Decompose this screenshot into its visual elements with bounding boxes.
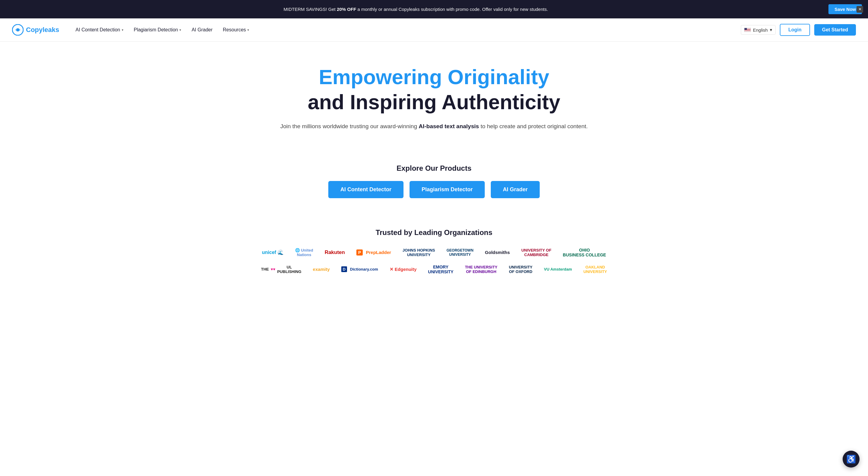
hero-sub-prefix: Join the millions worldwide trusting our… — [280, 123, 418, 129]
chevron-down-icon: ▾ — [247, 28, 249, 32]
ai-content-detector-button[interactable]: AI Content Detector — [328, 181, 403, 198]
nav-item-ai-content-detection[interactable]: AI Content Detection ▾ — [71, 25, 128, 35]
banner-close-button[interactable]: ✕ — [857, 6, 863, 13]
list-item: D Dictionary.com — [341, 266, 378, 272]
hero-title-line1: Empowering Originality — [12, 66, 856, 89]
list-item: VU Amsterdam — [544, 267, 572, 271]
trusted-title: Trusted by Leading Organizations — [12, 228, 856, 237]
chevron-down-icon: ▾ — [770, 27, 772, 33]
list-item: OHIOBUSINESS COLLEGE — [563, 248, 606, 257]
language-label: English — [753, 28, 768, 33]
product-buttons: AI Content Detector Plagiarism Detector … — [12, 181, 856, 198]
list-item: Goldsmiths — [485, 250, 510, 255]
logo[interactable]: Copyleaks — [12, 24, 59, 36]
plagiarism-detector-button[interactable]: Plagiarism Detector — [409, 181, 485, 198]
language-selector[interactable]: English ▾ — [741, 25, 776, 35]
us-flag-icon — [744, 28, 751, 32]
banner-discount: 20% OFF — [337, 7, 356, 12]
list-item: THE UNIVERSITYOF EDINBURGH — [465, 265, 497, 274]
list-item: OAKLANDUNIVERSITY — [584, 265, 607, 274]
chevron-down-icon: ▾ — [122, 28, 124, 32]
products-section: Explore Our Products AI Content Detector… — [0, 164, 868, 216]
list-item: UNIVERSITYOF OXFORD — [509, 265, 532, 274]
logo-text: Copyleaks — [26, 26, 59, 34]
hero-subtitle: Join the millions worldwide trusting our… — [12, 122, 856, 131]
list-item: UNIVERSITY OFCAMBRIDGE — [521, 248, 551, 257]
trusted-section: Trusted by Leading Organizations unicef … — [0, 216, 868, 291]
ai-grader-button[interactable]: AI Grader — [491, 181, 540, 198]
nav-item-label: Plagiarism Detection — [134, 27, 178, 33]
chevron-down-icon: ▾ — [179, 28, 181, 32]
products-title: Explore Our Products — [12, 164, 856, 173]
hero-title-line2: and Inspiring Authenticity — [12, 91, 856, 113]
nav-right: English ▾ Login Get Started — [741, 24, 856, 36]
nav-links: AI Content Detection ▾ Plagiarism Detect… — [71, 25, 738, 35]
promo-banner: MIDTERM SAVINGS! Get 20% OFF a monthly o… — [0, 0, 868, 19]
nav-item-label: AI Content Detection — [75, 27, 120, 33]
list-item: 🌐 UnitedNations — [295, 248, 313, 257]
banner-text-prefix: MIDTERM SAVINGS! Get — [284, 7, 337, 12]
main-navbar: Copyleaks AI Content Detection ▾ Plagiar… — [0, 19, 868, 42]
list-item: EMORYUNIVERSITY — [428, 265, 453, 274]
nav-item-label: Resources — [223, 27, 246, 33]
login-button[interactable]: Login — [780, 24, 810, 36]
trusted-logos-row1: unicef 🌊 🌐 UnitedNations Rakuten P PrepL… — [12, 248, 856, 257]
nav-item-label: AI Grader — [191, 27, 212, 33]
copyleaks-logo-icon — [12, 24, 24, 36]
nav-item-plagiarism-detection[interactable]: Plagiarism Detection ▾ — [130, 25, 186, 35]
nav-item-resources[interactable]: Resources ▾ — [219, 25, 253, 35]
get-started-button[interactable]: Get Started — [814, 24, 856, 36]
nav-item-ai-grader[interactable]: AI Grader — [187, 25, 217, 35]
list-item: THE♥♥ULPUBLISHING — [261, 265, 302, 274]
svg-point-1 — [16, 28, 19, 31]
list-item: JOHNS HOPKINSUNIVERSITY — [403, 248, 435, 257]
trusted-logos-row2: THE♥♥ULPUBLISHING examity D Dictionary.c… — [12, 265, 856, 274]
list-item: ✕ Edgenuity — [390, 267, 417, 272]
banner-text-suffix: a monthly or annual Copyleaks subscripti… — [356, 7, 548, 12]
banner-text: MIDTERM SAVINGS! Get 20% OFF a monthly o… — [6, 7, 826, 12]
hero-sub-suffix: to help create and protect original cont… — [479, 123, 588, 129]
hero-sub-bold: AI-based text analysis — [418, 123, 479, 129]
list-item: P PrepLadder — [356, 249, 391, 256]
list-item: GEORGETOWNUNIVERSITY — [446, 248, 473, 257]
list-item: examity — [313, 267, 330, 272]
list-item: Rakuten — [325, 249, 345, 256]
list-item: unicef 🌊 — [262, 249, 284, 255]
hero-section: Empowering Originality and Inspiring Aut… — [0, 42, 868, 164]
